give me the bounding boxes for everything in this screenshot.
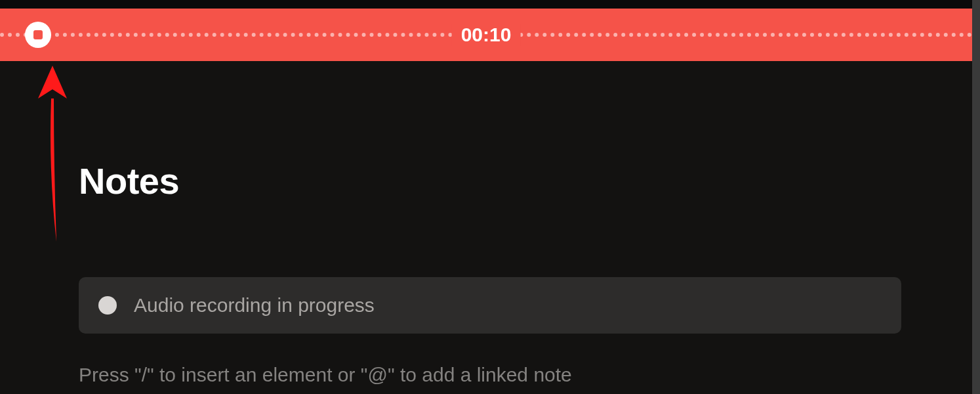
record-indicator-icon <box>98 296 117 315</box>
top-strip <box>0 0 980 9</box>
recording-status-text: Audio recording in progress <box>134 294 375 317</box>
stop-icon <box>33 30 43 39</box>
recording-status-block[interactable]: Audio recording in progress <box>79 277 901 334</box>
stop-recording-button[interactable] <box>25 22 51 48</box>
recording-elapsed-time: 00:10 <box>452 24 521 46</box>
recording-bar: 00:10 <box>0 9 972 61</box>
right-edge-strip <box>972 0 980 394</box>
editor-placeholder-hint[interactable]: Press "/" to insert an element or "@" to… <box>79 364 901 386</box>
page-title: Notes <box>79 160 901 202</box>
page-content: Notes Audio recording in progress Press … <box>0 160 980 386</box>
